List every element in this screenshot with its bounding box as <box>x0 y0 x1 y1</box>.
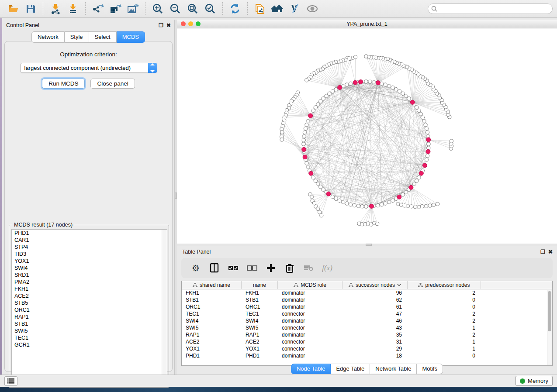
network-window-titlebar[interactable]: YPA_prune.txt_1 <box>177 20 557 28</box>
network-canvas[interactable] <box>177 28 557 243</box>
table-cell[interactable]: connector <box>278 310 343 317</box>
table-cell[interactable]: RAP1 <box>182 331 242 338</box>
table-cell[interactable]: dominator <box>278 331 343 338</box>
apply-function-icon[interactable]: f(x) <box>322 262 333 274</box>
tab-mcds[interactable]: MCDS <box>117 31 145 43</box>
tab-edge-table[interactable]: Edge Table <box>331 364 370 374</box>
table-cell[interactable]: TEC1 <box>242 310 278 317</box>
export-image-icon[interactable] <box>124 1 142 16</box>
search-input[interactable] <box>428 3 553 14</box>
mcds-result-item[interactable]: STB1 <box>12 320 167 327</box>
mcds-result-item[interactable]: RAP1 <box>12 313 167 320</box>
table-cell[interactable]: 2 <box>408 317 481 324</box>
import-table-icon[interactable] <box>64 1 82 16</box>
refresh-icon[interactable] <box>226 1 244 16</box>
column-header-shared-name[interactable]: shared name <box>182 281 242 289</box>
table-row[interactable]: ACE2ACE2connector311 <box>182 338 552 345</box>
table-cell[interactable]: RAP1 <box>242 331 278 338</box>
table-cell[interactable]: SWI4 <box>182 317 242 324</box>
hide-graphics-details-icon[interactable] <box>286 1 304 16</box>
table-cell[interactable]: 46 <box>343 317 408 324</box>
table-options-icon[interactable]: ⚙ <box>190 262 201 274</box>
table-scrollbar-thumb[interactable] <box>548 291 551 331</box>
export-table-icon[interactable] <box>107 1 124 16</box>
table-cell[interactable]: 1 <box>408 345 481 352</box>
tab-network[interactable]: Network <box>31 31 65 43</box>
tab-style[interactable]: Style <box>65 31 89 43</box>
column-header-successor-nodes[interactable]: successor nodes <box>343 281 408 289</box>
table-cell[interactable]: 0 <box>408 303 481 310</box>
mcds-result-item[interactable]: SRD1 <box>12 272 167 279</box>
table-cell[interactable]: TEC1 <box>182 310 242 317</box>
table-cell[interactable]: FKH1 <box>242 289 278 296</box>
table-cell[interactable]: 35 <box>343 331 408 338</box>
mcds-result-item[interactable]: YOX1 <box>12 258 167 265</box>
table-scrollbar[interactable] <box>547 290 552 365</box>
mcds-result-item[interactable]: CAR1 <box>12 237 167 244</box>
table-row[interactable]: FKH1FKH1dominator962 <box>182 289 552 296</box>
table-row[interactable]: YOX1YOX1connector291 <box>182 345 552 352</box>
tab-node-table[interactable]: Node Table <box>291 364 331 374</box>
table-cell[interactable]: dominator <box>278 296 343 303</box>
table-cell[interactable]: STB1 <box>242 296 278 303</box>
delete-table-icon[interactable] <box>303 262 314 274</box>
table-cell[interactable]: 2 <box>408 310 481 317</box>
table-cell[interactable]: ORC1 <box>182 303 242 310</box>
zoom-fit-icon[interactable] <box>184 1 201 16</box>
table-cell[interactable]: FKH1 <box>182 289 242 296</box>
table-cell[interactable]: STB1 <box>182 296 242 303</box>
network-browser-icon[interactable] <box>269 1 286 16</box>
table-row[interactable]: PHD1PHD1dominator180 <box>182 352 552 359</box>
column-header-predecessor-nodes[interactable]: predecessor nodes <box>408 281 481 289</box>
close-table-panel-icon[interactable]: ✖ <box>548 249 553 254</box>
zoom-out-icon[interactable] <box>166 1 184 16</box>
mcds-result-item[interactable]: GCR1 <box>12 341 167 348</box>
mcds-result-item[interactable]: STB5 <box>12 299 167 306</box>
table-cell[interactable]: 1 <box>408 324 481 331</box>
table-cell[interactable]: 31 <box>343 338 408 345</box>
mcds-result-item[interactable]: ACE2 <box>12 292 167 299</box>
table-cell[interactable]: dominator <box>278 303 343 310</box>
column-browser-icon[interactable] <box>209 262 220 274</box>
open-file-icon[interactable] <box>4 1 22 16</box>
close-panel-button[interactable]: Close panel <box>90 79 135 89</box>
table-cell[interactable]: 1 <box>408 338 481 345</box>
show-hide-panel-eye-icon[interactable] <box>304 1 321 16</box>
table-cell[interactable]: 96 <box>343 289 408 296</box>
table-cell[interactable]: SWI5 <box>242 324 278 331</box>
table-cell[interactable]: connector <box>278 324 343 331</box>
mcds-result-item[interactable]: FKH1 <box>12 285 167 292</box>
table-row[interactable]: TEC1TEC1connector472 <box>182 310 552 317</box>
table-cell[interactable]: connector <box>278 338 343 345</box>
table-cell[interactable]: ACE2 <box>242 338 278 345</box>
table-cell[interactable]: connector <box>278 345 343 352</box>
delete-column-icon[interactable] <box>284 262 295 274</box>
mcds-result-item[interactable]: TEC1 <box>12 334 167 341</box>
zoom-in-icon[interactable] <box>149 1 166 16</box>
table-cell[interactable]: SWI5 <box>182 324 242 331</box>
zoom-selected-icon[interactable] <box>201 1 219 16</box>
table-cell[interactable]: 2 <box>408 289 481 296</box>
add-column-icon[interactable] <box>265 262 277 274</box>
tab-select[interactable]: Select <box>89 31 117 43</box>
table-cell[interactable]: dominator <box>278 289 343 296</box>
table-cell[interactable]: 29 <box>343 345 408 352</box>
column-header-name[interactable]: name <box>242 281 278 289</box>
table-row[interactable]: STB1STB1dominator620 <box>182 296 552 303</box>
table-cell[interactable]: PHD1 <box>182 352 242 359</box>
mcds-result-item[interactable]: PHD1 <box>12 230 167 237</box>
select-all-columns-icon[interactable] <box>228 262 239 274</box>
export-network-icon[interactable] <box>89 1 107 16</box>
table-cell[interactable]: 43 <box>343 324 408 331</box>
float-panel-icon[interactable]: ❐ <box>159 23 163 28</box>
tab-motifs[interactable]: Motifs <box>417 364 443 374</box>
memory-button[interactable]: Memory <box>515 376 553 386</box>
mcds-list-scrollbar[interactable] <box>162 230 167 385</box>
table-cell[interactable]: YOX1 <box>242 345 278 352</box>
mcds-result-item[interactable]: TID3 <box>12 251 167 258</box>
table-cell[interactable]: 62 <box>343 296 408 303</box>
table-cell[interactable]: 2 <box>408 331 481 338</box>
table-cell[interactable]: dominator <box>278 317 343 324</box>
table-row[interactable]: RAP1RAP1dominator352 <box>182 331 552 338</box>
table-row[interactable]: SWI5SWI5connector431 <box>182 324 552 331</box>
